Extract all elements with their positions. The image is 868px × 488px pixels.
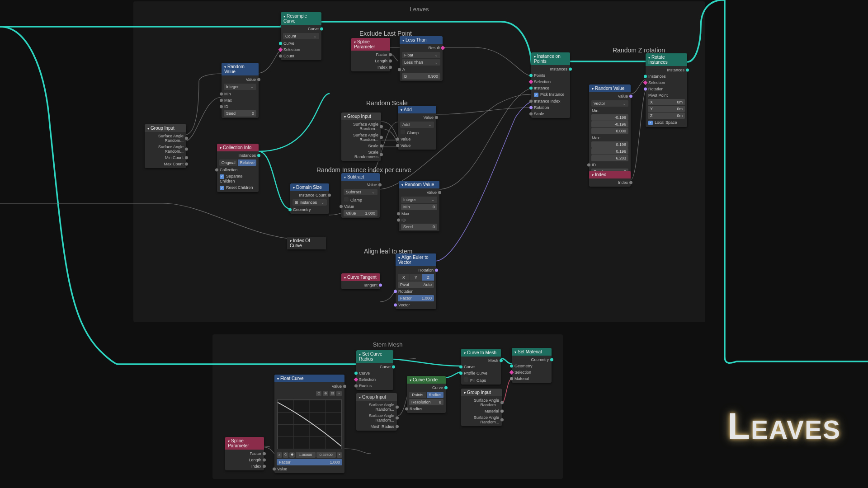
p[interactable]: Profile Curve	[461, 370, 501, 376]
node-spline-param-1[interactable]: Spline Parameter Factor Length Index	[351, 38, 390, 71]
res[interactable]: Resolution8	[409, 399, 443, 405]
o2[interactable]: Surface Angle Random...	[356, 413, 397, 423]
comp[interactable]: ⊞ Instances	[292, 199, 327, 206]
s[interactable]: Selection	[356, 376, 393, 383]
val[interactable]: Value	[274, 466, 344, 472]
node-set-radius[interactable]: Set Curve Radius Curve Curve Selection R…	[356, 350, 393, 390]
rad[interactable]: Radius	[407, 406, 446, 412]
node-group-input-1[interactable]: Group Input Surface Angle Random... Surf…	[145, 124, 186, 168]
chk1[interactable]: ✓Separate Children	[217, 173, 259, 184]
o1[interactable]: Surface Angle Random...	[356, 402, 397, 413]
inst[interactable]: Instance	[531, 85, 570, 91]
node-random-value-3[interactable]: Random Value Value Vector Min: -0.196 -0…	[589, 84, 631, 176]
out[interactable]: Curve	[356, 364, 393, 370]
in-sel[interactable]: Selection	[281, 47, 321, 53]
id[interactable]: ID	[399, 217, 439, 223]
clamp[interactable]: Clamp	[341, 196, 380, 203]
out[interactable]: Instance Count	[290, 192, 329, 198]
miny[interactable]: -0.196	[591, 121, 628, 127]
node-domain-size[interactable]: Domain Size Instance Count ⊞ Instances G…	[290, 183, 329, 214]
o1[interactable]: Factor	[225, 450, 264, 457]
node-random-value-1[interactable]: Random Value Value Integer Min Max ID Se…	[222, 63, 259, 118]
sel[interactable]: Selection	[646, 80, 687, 86]
axis[interactable]: XYZ	[398, 274, 434, 281]
o2[interactable]: Length	[225, 457, 264, 463]
node-instance-on-points[interactable]: Instance on Points Instances Points Sele…	[531, 52, 570, 118]
scale[interactable]: Scale	[531, 111, 570, 117]
inst[interactable]: Instances	[646, 73, 687, 80]
c[interactable]: Curve	[356, 370, 393, 376]
clamp[interactable]: Clamp	[398, 129, 436, 136]
d1[interactable]: Float	[402, 52, 440, 58]
c[interactable]: Curve	[461, 364, 501, 370]
o3[interactable]: Min Count	[145, 155, 186, 161]
o2[interactable]: Surface Angle Random...	[341, 132, 381, 143]
maxy[interactable]: 0.196	[591, 148, 628, 155]
out[interactable]: Value	[274, 383, 344, 389]
node-spline-param-2[interactable]: Spline Parameter Factor Length Index	[225, 437, 264, 470]
o3[interactable]: Scale	[341, 143, 381, 149]
v2[interactable]: Value	[398, 142, 436, 149]
in-curve[interactable]: Curve	[281, 40, 321, 47]
coll[interactable]: Collection	[217, 167, 259, 173]
o3[interactable]: Surface Angle Random...	[461, 414, 502, 425]
node-align-euler[interactable]: Align Euler to Vector Rotation XYZ Pivot…	[396, 253, 436, 309]
node-set-material[interactable]: Set Material Geometry Geometry Selection…	[512, 348, 552, 383]
out[interactable]: Value	[222, 76, 259, 83]
max[interactable]: Max	[222, 97, 259, 103]
rot[interactable]: Rotation	[531, 104, 570, 111]
geo[interactable]: Geometry	[290, 206, 329, 213]
pivot[interactable]: PivotAuto	[398, 282, 434, 288]
out[interactable]: Instances	[217, 152, 259, 159]
minx[interactable]: -0.196	[591, 114, 628, 121]
min[interactable]: Min0	[401, 204, 437, 210]
type[interactable]: Integer	[401, 197, 437, 203]
node-group-input-4[interactable]: Group Input Surface Angle Random... Mate…	[461, 389, 502, 426]
id[interactable]: ID	[589, 162, 631, 168]
rot[interactable]: Rotation	[396, 288, 436, 295]
o4[interactable]: Scale Randomness	[341, 149, 381, 160]
o3[interactable]: Index	[351, 64, 390, 70]
node-curve-to-mesh[interactable]: Curve to Mesh Mesh Curve Profile Curve F…	[461, 349, 501, 385]
rot[interactable]: Rotation	[646, 86, 687, 92]
factor[interactable]: Factor1.000	[277, 459, 342, 465]
node-group-input-3[interactable]: Group Input Surface Angle Random... Surf…	[356, 393, 397, 431]
node-collection-info[interactable]: Collection Info Instances OriginalRelati…	[217, 144, 259, 192]
o1[interactable]: Surface Angle Random...	[145, 133, 186, 144]
op[interactable]: Subtract	[344, 189, 377, 195]
id[interactable]: ID	[222, 103, 259, 110]
min[interactable]: Min	[222, 91, 259, 97]
idx[interactable]: Instance Index	[531, 98, 570, 104]
op[interactable]: Add	[400, 122, 434, 128]
node-add[interactable]: Add Value Add Clamp Value Value	[398, 106, 436, 150]
seed[interactable]: Seed0	[401, 224, 437, 230]
r[interactable]: Radius	[356, 383, 393, 389]
node-index-of-curve[interactable]: Index Of Curve	[287, 237, 326, 249]
mode[interactable]: Count	[283, 33, 319, 39]
node-index[interactable]: Index Index	[589, 171, 631, 187]
o1[interactable]: Surface Angle Random...	[341, 121, 381, 132]
type[interactable]: Integer	[224, 84, 256, 90]
o3[interactable]: Index	[225, 463, 264, 469]
o1[interactable]: Factor	[351, 52, 390, 58]
o4[interactable]: Max Count	[145, 161, 186, 167]
v1[interactable]: Value	[398, 136, 436, 142]
out[interactable]: Instances	[531, 66, 570, 72]
node-less-than[interactable]: Less Than Result Float Less Than A B0.90…	[400, 36, 443, 81]
out-curve[interactable]: Curve	[281, 26, 321, 32]
b[interactable]: B0.900	[402, 73, 440, 80]
d2[interactable]: Less Than	[402, 59, 440, 66]
o2[interactable]: Length	[351, 58, 390, 64]
out[interactable]: Geometry	[512, 357, 552, 363]
in-count[interactable]: Count	[281, 53, 321, 59]
s[interactable]: Selection	[512, 369, 552, 375]
maxz[interactable]: 6.283	[591, 155, 628, 161]
out[interactable]: Index	[589, 179, 631, 186]
py[interactable]: Y0m	[648, 106, 685, 112]
node-rotate-instances[interactable]: Rotate Instances Instances Instances Sel…	[646, 53, 687, 127]
out[interactable]: Value	[589, 93, 631, 99]
o1[interactable]: Surface Angle Random...	[461, 397, 502, 408]
mode[interactable]: OriginalRelative	[219, 160, 256, 166]
pz[interactable]: Z0m	[648, 113, 685, 119]
chk2[interactable]: ✓Reset Children	[217, 184, 259, 191]
